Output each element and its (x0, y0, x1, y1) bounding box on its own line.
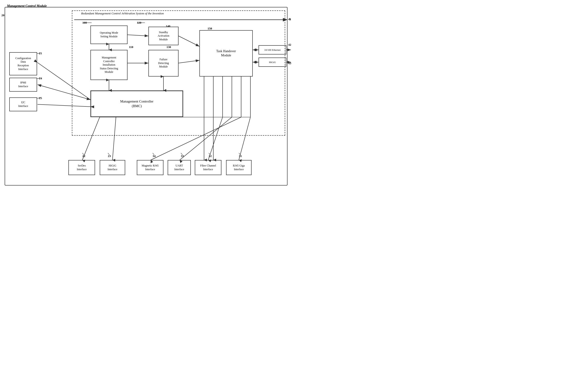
ref-24: 24 (39, 76, 42, 80)
ref-130: 130 (166, 45, 171, 49)
failure-detecting-module: Failure Detecting Module (148, 50, 179, 76)
ref-110: 110 (129, 45, 133, 49)
ref-43: 43 (288, 61, 291, 65)
magnetic-rj45-module: Magnetic RJ45 Interface (137, 160, 164, 175)
ethernet-label-box: 10/100 Ethernet (259, 45, 286, 54)
diagram-container: Management Control Module 20 Redundant M… (0, 0, 294, 194)
redundant-system-label: Redundant Management Control Arbitration… (81, 12, 164, 15)
ref-20: 20 (1, 13, 4, 17)
outer-box-label: Management Control Module (7, 4, 47, 8)
ref-22: 22 (82, 154, 85, 158)
task-handover-module: Task Handover Module (199, 30, 253, 76)
i2c-module: I2C Interface (9, 97, 37, 111)
ref-33: 33 (181, 154, 184, 158)
ref-25: 25 (39, 96, 42, 100)
uart-module: UART Interface (168, 160, 191, 175)
ref-41: 41 (288, 17, 291, 21)
ref-23: 23 (108, 154, 111, 158)
rj45-giga-module: RJ45 Giga Interface (226, 160, 252, 175)
ref-120: 120 (137, 21, 141, 24)
bmc-module: Management Controller (BMC) (91, 91, 183, 117)
operating-mode-module: Operating Mode Setting Module (91, 25, 128, 44)
higig-label-box: HiGiG (259, 57, 286, 67)
mc-install-status-module: Management Controller Installution Statu… (91, 50, 128, 80)
higig-iface-module: HiGiG Interface (100, 160, 125, 175)
ref-42: 42 (288, 43, 291, 47)
serdes-module: SerDes Interface (69, 160, 95, 175)
standby-activation-module: Standby Activation Module (148, 27, 179, 45)
ref-100: 100 (82, 21, 87, 24)
ref-31: 31 (239, 154, 242, 158)
ref-21: 21 (39, 51, 42, 55)
config-data-module: Configuration Data Reception Interface (9, 52, 37, 75)
ref-150: 150 (208, 27, 212, 30)
ref-34: 34 (153, 154, 156, 158)
fibre-channel-module: Fibre Channel Interface (195, 160, 221, 175)
ref-32: 32 (209, 154, 212, 158)
ipmi-module: IPMI Interface (9, 78, 37, 92)
